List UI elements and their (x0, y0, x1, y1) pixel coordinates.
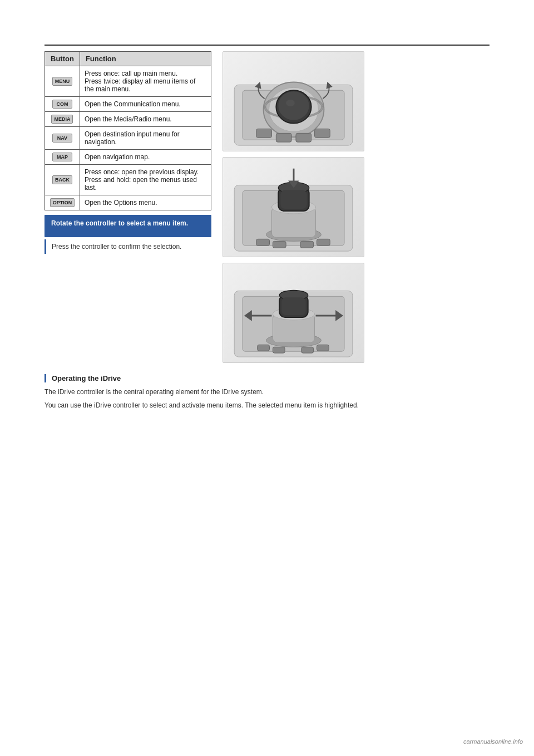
controller-svg-top (223, 52, 364, 151)
button-badge: NAV (52, 134, 72, 143)
sub-section-text: Press the controller to confirm the sele… (52, 243, 181, 251)
table-row: NAVOpen destination input menu for navig… (45, 127, 211, 150)
svg-rect-40 (273, 347, 285, 353)
function-cell: Press once: open the previous display.Pr… (80, 165, 211, 195)
table-row: OPTIONOpen the Options menu. (45, 195, 211, 210)
svg-rect-23 (256, 239, 270, 246)
svg-rect-11 (296, 133, 312, 142)
button-cell: MEDIA (45, 112, 80, 127)
lower-section-rule: Operating the iDrive (44, 374, 490, 382)
svg-rect-34 (281, 297, 306, 315)
function-cell: Open navigation map. (80, 150, 211, 165)
function-cell: Open the Media/Radio menu. (80, 112, 211, 127)
lower-body-text-1: The iDrive controller is the central ope… (44, 387, 490, 397)
table-row: BACKPress once: open the previous displa… (45, 165, 211, 195)
button-badge: MENU (52, 77, 73, 86)
svg-rect-10 (276, 133, 291, 142)
button-cell: BACK (45, 165, 80, 195)
button-badge: MEDIA (51, 115, 73, 124)
button-badge: COM (52, 100, 72, 109)
svg-point-8 (286, 100, 295, 106)
function-cell: Open destination input menu for navigati… (80, 127, 211, 150)
button-badge: OPTION (50, 198, 75, 207)
controller-image-push (222, 157, 364, 257)
button-cell: MENU (45, 66, 80, 97)
function-cell: Press once: call up main menu.Press twic… (80, 66, 211, 97)
blue-section: Rotate the controller to select a menu i… (44, 215, 211, 237)
button-cell: MAP (45, 150, 80, 165)
svg-rect-42 (317, 345, 329, 351)
page-container: Button Function MENUPress once: call up … (0, 0, 534, 756)
controller-image-top (222, 51, 364, 151)
lower-content: Operating the iDrive The iDrive controll… (44, 374, 490, 410)
left-panel: Button Function MENUPress once: call up … (44, 51, 211, 363)
button-cell: OPTION (45, 195, 80, 210)
top-rule (44, 45, 490, 46)
svg-rect-25 (300, 241, 314, 248)
svg-rect-20 (280, 190, 306, 209)
controller-image-tilt (222, 263, 364, 363)
table-row: MENUPress once: call up main menu.Press … (45, 66, 211, 97)
function-cell: Open the Communication menu. (80, 97, 211, 112)
svg-rect-39 (258, 345, 270, 351)
table-row: MAPOpen navigation map. (45, 150, 211, 165)
button-badge: BACK (52, 175, 72, 184)
svg-rect-26 (317, 239, 330, 246)
svg-point-7 (278, 91, 309, 120)
table-row: COMOpen the Communication menu. (45, 97, 211, 112)
button-cell: COM (45, 97, 80, 112)
button-badge: MAP (52, 153, 72, 161)
controller-svg-push (223, 158, 364, 257)
lower-body-text-2: You can use the iDrive controller to sel… (44, 400, 490, 410)
lower-section-heading: Operating the iDrive (52, 374, 490, 382)
svg-rect-9 (256, 129, 272, 138)
svg-rect-41 (301, 347, 314, 353)
content-area: Button Function MENUPress once: call up … (44, 51, 490, 363)
right-panel (222, 51, 490, 363)
col-button-header: Button (45, 52, 80, 66)
watermark: carmanualsonline.info (463, 738, 523, 745)
sub-section: Press the controller to confirm the sele… (44, 239, 211, 254)
col-function-header: Function (80, 52, 211, 66)
function-cell: Open the Options menu. (80, 195, 211, 210)
svg-rect-12 (315, 129, 330, 138)
button-cell: NAV (45, 127, 80, 150)
controller-svg-tilt (223, 263, 364, 362)
svg-rect-24 (273, 241, 286, 248)
function-table: Button Function MENUPress once: call up … (44, 51, 211, 210)
table-row: MEDIAOpen the Media/Radio menu. (45, 112, 211, 127)
blue-section-text: Rotate the controller to select a menu i… (51, 219, 188, 227)
